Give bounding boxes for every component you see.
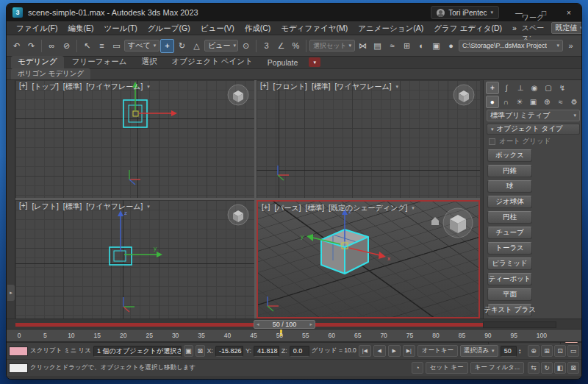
key-filters-button[interactable]: キー フィルタ... bbox=[470, 362, 524, 374]
tab-create-icon[interactable]: + bbox=[486, 82, 499, 94]
viewport-style-label[interactable]: [標準] bbox=[63, 202, 82, 212]
menu-tools[interactable]: ツール(T) bbox=[98, 21, 142, 35]
frame-spinner[interactable]: ▴ ▾ bbox=[519, 348, 524, 354]
menu-animation[interactable]: アニメーション(A) bbox=[353, 21, 429, 35]
render-icon[interactable]: ● bbox=[444, 39, 458, 53]
move-icon[interactable]: + bbox=[160, 39, 174, 53]
selection-region-icon[interactable]: ▭ bbox=[110, 39, 123, 53]
tab-modify-icon[interactable]: ∫ bbox=[500, 82, 513, 94]
primitive-torus-button[interactable]: トーラス bbox=[487, 242, 532, 255]
render-setup-icon[interactable]: ▣ bbox=[429, 39, 443, 53]
workspace-combo[interactable]: 既定値 ▾ bbox=[551, 22, 582, 34]
ribbon-tab-object-paint[interactable]: オブジェクト ペイント bbox=[165, 56, 259, 68]
category-cameras-icon[interactable]: ▣ bbox=[527, 96, 540, 108]
spinner-down-icon[interactable]: ▾ bbox=[519, 351, 524, 354]
viewport-style-label[interactable]: [標準] bbox=[312, 82, 331, 92]
ribbon-tab-freeform[interactable]: フリーフォーム bbox=[65, 56, 134, 68]
viewcube[interactable] bbox=[431, 208, 473, 238]
primitive-teapot-button[interactable]: ティーポット bbox=[487, 273, 532, 285]
account-menu[interactable]: Tori iPentec ▾ bbox=[431, 6, 499, 19]
viewport-config-icon[interactable]: ⊠ bbox=[567, 362, 579, 374]
orbit-icon[interactable]: ↻ bbox=[541, 362, 553, 374]
isolate-selection-icon[interactable]: ▣ bbox=[184, 345, 193, 357]
viewcube-home-icon[interactable] bbox=[431, 217, 439, 225]
zoom-all-icon[interactable]: ⊞ bbox=[541, 345, 553, 357]
zoom-extents-icon[interactable]: ⊡ bbox=[554, 345, 566, 357]
use-pivot-center-icon[interactable]: ⊙ bbox=[239, 39, 253, 53]
unlink-selection-icon[interactable]: ⊘ bbox=[60, 39, 74, 53]
play-button[interactable]: ▶ bbox=[388, 345, 401, 357]
viewport-top[interactable]: [+] [トップ] [標準] [ワイヤフレーム] ▾ bbox=[15, 80, 254, 198]
menu-overflow[interactable]: » bbox=[507, 21, 522, 35]
z-coordinate-field[interactable]: 0.0 bbox=[290, 346, 309, 357]
move-gizmo[interactable]: y z bbox=[118, 210, 162, 257]
time-config-icon[interactable]: ◔ bbox=[412, 362, 423, 374]
viewport-menu-plus[interactable]: [+] bbox=[260, 82, 268, 92]
undo-icon[interactable]: ↶ bbox=[10, 39, 24, 53]
ribbon-panel-polygon-modeling[interactable]: ポリゴン モデリング bbox=[11, 68, 90, 79]
viewport-perspective-active[interactable]: [+] [パース] [標準] [既定のシェーディング] ▾ bbox=[257, 200, 480, 319]
menu-graph-editors[interactable]: グラフ エディタ(D) bbox=[429, 21, 507, 35]
menu-create[interactable]: 作成(C) bbox=[240, 21, 276, 35]
rotate-icon[interactable]: ↻ bbox=[175, 39, 189, 53]
rollout-object-type[interactable]: ▾ オブジェクト タイプ bbox=[487, 124, 580, 135]
viewport-shading-label[interactable]: [ワイヤフレーム] bbox=[86, 202, 143, 212]
menu-group[interactable]: グループ(G) bbox=[143, 21, 196, 35]
primitive-sphere-button[interactable]: 球 bbox=[487, 180, 532, 193]
autogrid-checkbox[interactable] bbox=[489, 138, 495, 145]
previous-frame-icon[interactable]: ◂ bbox=[257, 321, 259, 327]
curve-editor-icon[interactable]: ≈ bbox=[385, 39, 399, 53]
macro-recorder-field[interactable] bbox=[9, 346, 28, 356]
primitive-category-dropdown[interactable]: 標準プリミティブ ▾ bbox=[487, 110, 580, 121]
redo-icon[interactable]: ↷ bbox=[24, 39, 38, 53]
primitive-cylinder-button[interactable]: 円柱 bbox=[487, 211, 532, 224]
y-coordinate-field[interactable]: 41.818 bbox=[254, 346, 279, 357]
project-folder-combo[interactable]: C:\Storage\P...dsMax Project ▾ bbox=[459, 40, 563, 51]
auto-key-button[interactable]: オートキー bbox=[417, 345, 458, 357]
category-helpers-icon[interactable]: ⊕ bbox=[540, 96, 553, 108]
category-lights-icon[interactable]: ☀ bbox=[513, 96, 526, 108]
viewport-shading-label[interactable]: [ワイヤフレーム] bbox=[334, 82, 391, 92]
primitive-tube-button[interactable]: チューブ bbox=[487, 227, 532, 239]
category-geometry-icon[interactable]: ● bbox=[486, 96, 499, 108]
viewport-shading-label[interactable]: [ワイヤフレーム] bbox=[86, 82, 143, 92]
ribbon-tab-selection[interactable]: 選択 bbox=[135, 56, 163, 68]
tab-hierarchy-icon[interactable]: ⊥ bbox=[514, 82, 527, 94]
select-by-name-icon[interactable]: ≡ bbox=[95, 39, 109, 53]
mirror-icon[interactable]: ⋈ bbox=[356, 39, 370, 53]
viewport-layout-tab[interactable]: ▸ bbox=[7, 285, 15, 301]
primitive-textplus-button[interactable]: テキスト プラス bbox=[487, 304, 532, 316]
x-coordinate-field[interactable]: -15.826 bbox=[215, 346, 243, 357]
primitive-cone-button[interactable]: 円錐 bbox=[487, 165, 532, 177]
category-shapes-icon[interactable]: ∩ bbox=[500, 96, 513, 108]
named-selection-set-combo[interactable]: 選択セット名 ▾ bbox=[309, 40, 355, 51]
tab-utilities-icon[interactable]: ↯ bbox=[556, 82, 569, 94]
viewport-name-label[interactable]: [トップ] bbox=[32, 82, 58, 92]
toolbar-overflow-icon[interactable]: » bbox=[564, 39, 578, 53]
selection-lock-icon[interactable]: ⊠ bbox=[196, 345, 205, 357]
time-slider-handle[interactable]: ◂ 50 / 100 ▸ bbox=[254, 320, 315, 329]
set-key-button[interactable]: セット キー bbox=[426, 362, 468, 374]
viewport-front[interactable]: [+] [フロント] [標準] [ワイヤフレーム] ▾ bbox=[257, 80, 480, 198]
next-frame-icon[interactable]: ▸ bbox=[309, 321, 312, 327]
viewcube[interactable] bbox=[227, 84, 249, 106]
time-slider-track-right[interactable] bbox=[315, 323, 483, 327]
viewport-style-label[interactable]: [標準] bbox=[305, 203, 324, 213]
ribbon-config-icon[interactable]: ▾ bbox=[309, 57, 320, 67]
menu-modifiers[interactable]: モディファイヤ(M) bbox=[276, 21, 353, 35]
previous-frame-button[interactable]: ◀ bbox=[373, 345, 386, 357]
viewport-style-label[interactable]: [標準] bbox=[63, 82, 82, 92]
percent-snap-icon[interactable]: % bbox=[289, 39, 303, 53]
ribbon-tab-populate[interactable]: Populate bbox=[261, 57, 304, 68]
current-frame-field[interactable]: 50 bbox=[501, 346, 517, 357]
viewport-name-label[interactable]: [レフト] bbox=[32, 202, 58, 212]
viewport-shading-label[interactable]: [既定のシェーディング] bbox=[329, 203, 407, 213]
menu-views[interactable]: ビュー(V) bbox=[196, 21, 240, 35]
scale-icon[interactable]: △ bbox=[190, 39, 204, 53]
primitive-plane-button[interactable]: 平面 bbox=[487, 288, 532, 301]
category-systems-icon[interactable]: ⚙ bbox=[567, 96, 581, 108]
viewcube[interactable] bbox=[453, 84, 475, 106]
snap-toggle-3d-icon[interactable]: 3 bbox=[259, 39, 273, 53]
select-object-icon[interactable]: ↖ bbox=[80, 39, 94, 53]
time-slider-track-left[interactable] bbox=[15, 323, 254, 327]
